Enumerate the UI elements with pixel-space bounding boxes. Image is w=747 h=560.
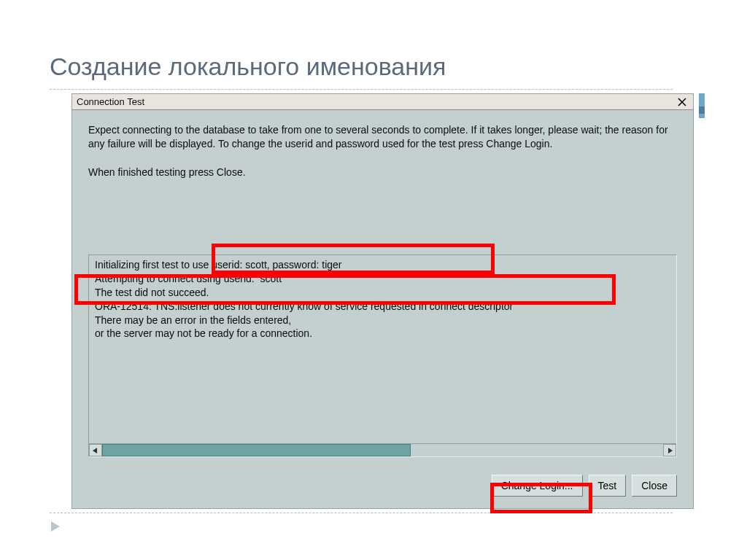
log-panel[interactable]: Initializing first test to use userid: s… xyxy=(88,254,677,457)
dialog-instructions: Expect connecting to the database to tak… xyxy=(72,110,693,185)
slide-title: Создание локального именования xyxy=(50,52,446,81)
log-line: Initializing first test to use userid: s… xyxy=(89,258,676,272)
svg-marker-1 xyxy=(668,448,673,454)
log-line: There may be an error in the fields ente… xyxy=(89,314,676,327)
connection-test-dialog: Connection Test Expect connecting to the… xyxy=(71,93,694,509)
accent-stripe xyxy=(699,93,705,106)
dialog-button-row: Change Login... Test Close xyxy=(492,475,677,497)
log-line: or the server may not be ready for a con… xyxy=(89,327,676,341)
log-area: Initializing first test to use userid: s… xyxy=(88,254,677,457)
change-login-button[interactable]: Change Login... xyxy=(492,475,583,497)
scrollbar-track[interactable] xyxy=(102,444,663,456)
accent-stripe xyxy=(699,106,705,114)
scroll-right-icon[interactable] xyxy=(663,444,676,456)
log-line: ORA-12514: TNS:listener does not current… xyxy=(89,300,676,314)
bullet-arrow-icon xyxy=(51,521,60,532)
accent-stripe xyxy=(699,114,705,118)
scrollbar-thumb[interactable] xyxy=(102,444,411,456)
instructions-text-1: Expect connecting to the database to tak… xyxy=(88,123,674,151)
divider-top xyxy=(50,89,673,90)
instructions-text-2: When finished testing press Close. xyxy=(88,166,674,179)
log-line: The test did not succeed. xyxy=(89,286,676,300)
dialog-title: Connection Test xyxy=(77,96,144,107)
test-button[interactable]: Test xyxy=(589,475,627,497)
scroll-left-icon[interactable] xyxy=(89,444,102,456)
close-icon[interactable] xyxy=(676,96,689,109)
log-line: Attempting to connect using userid: scot… xyxy=(89,272,676,286)
dialog-titlebar: Connection Test xyxy=(72,94,693,110)
close-button[interactable]: Close xyxy=(632,475,677,497)
svg-marker-0 xyxy=(93,448,97,454)
divider-bottom xyxy=(50,513,673,513)
horizontal-scrollbar[interactable] xyxy=(89,443,676,456)
